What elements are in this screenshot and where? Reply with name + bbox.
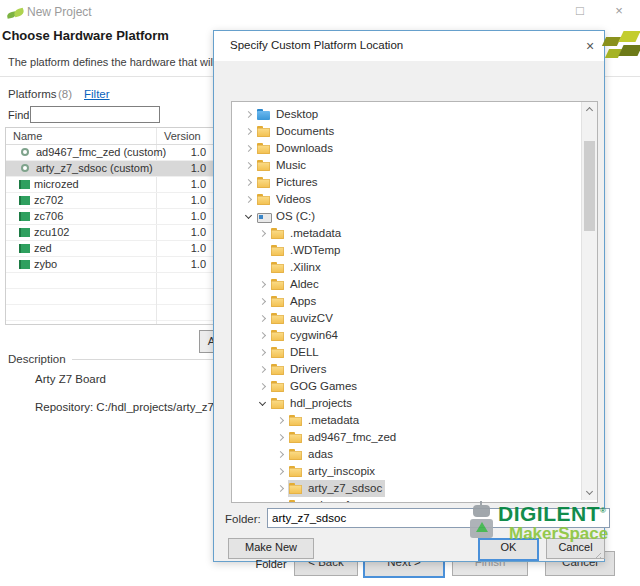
downloads-folder-icon [257,143,272,155]
tree-item-ad9467-fmc-zed[interactable]: ad9467_fmc_zed [232,429,580,446]
chevron-right-icon[interactable] [244,143,256,155]
empty-table-row [6,289,215,305]
tree-item-cygwin64[interactable]: cygwin64 [232,327,580,344]
chevron-right-icon[interactable] [276,500,288,504]
platform-version: 1.0 [156,177,216,192]
tree-item-metadata[interactable]: .metadata [232,225,580,242]
tree-item-xilinx[interactable]: .Xilinx [232,259,580,276]
chevron-right-icon[interactable] [258,330,270,342]
chevron-right-icon[interactable] [258,313,270,325]
maximize-icon[interactable]: □ [570,3,590,19]
chevron-right-icon[interactable] [244,194,256,206]
platform-version: 1.0 [156,241,216,256]
table-row[interactable]: ad9467_fmc_zed (custom) 1.0 [6,145,215,161]
chevron-right-icon[interactable] [244,160,256,172]
dialog-titlebar: Specify Custom Platform Location × [214,31,604,61]
platform-version: 1.0 [156,145,216,160]
tree-item-documents[interactable]: Documents [232,123,580,140]
platform-name: zc702 [34,193,63,208]
find-input[interactable] [30,106,160,123]
chevron-right-icon[interactable] [276,432,288,444]
chevron-right-icon[interactable] [244,126,256,138]
tree-item-adas[interactable]: adas [232,446,580,463]
tree-scrollbar[interactable] [581,102,597,500]
tree-item-wdtemp[interactable]: .WDTemp [232,242,580,259]
table-row-selected[interactable]: arty_z7_sdsoc (custom) 1.0 [6,161,215,177]
tree-item-aldec[interactable]: Aldec [232,276,580,293]
platform-version: 1.0 [156,209,216,224]
tree-item-videos[interactable]: Videos [232,191,580,208]
chevron-none [258,262,270,274]
tree-item-pictures[interactable]: Pictures [232,174,580,191]
make-new-folder-button[interactable]: Make New Folder [228,538,314,559]
empty-table-row [6,321,215,325]
platform-icon [19,180,30,189]
chevron-right-icon[interactable] [244,109,256,121]
page-subtitle: The platform defines the hardware that w… [8,56,230,68]
folder-tree-panel: Desktop Documents Downloads Music Pictur… [231,101,598,503]
table-row[interactable]: zybo 1.0 [6,257,215,273]
name-column-header[interactable]: Name [13,128,42,144]
platform-table: Name Version ad9467_fmc_zed (custom) 1.0… [5,127,216,325]
table-row[interactable]: zcu102 1.0 [6,225,215,241]
folder-input[interactable] [267,508,610,528]
chevron-right-icon[interactable] [276,449,288,461]
chevron-right-icon[interactable] [258,347,270,359]
table-row[interactable]: zed 1.0 [6,241,215,257]
tree-item-axi-perf-mon[interactable]: axi_perf_mon [232,497,580,503]
chevron-right-icon[interactable] [276,415,288,427]
chevron-right-icon[interactable] [276,466,288,478]
tree-item-music[interactable]: Music [232,157,580,174]
chevron-right-icon[interactable] [244,177,256,189]
platform-name: zybo [34,257,57,272]
platform-name: zcu102 [34,225,69,240]
chevron-right-icon[interactable] [258,364,270,376]
chevron-down-icon[interactable] [244,211,256,223]
folder-icon [271,347,286,359]
scrollbar-thumb[interactable] [584,141,595,231]
folder-icon [289,500,304,504]
chevron-right-icon[interactable] [258,228,270,240]
version-column-header[interactable]: Version [164,128,201,144]
dialog-title: Specify Custom Platform Location [230,39,403,51]
ok-button[interactable]: OK [478,538,539,561]
scroll-up-icon[interactable] [582,102,597,117]
table-header: Name Version [6,128,215,145]
scroll-down-icon[interactable] [582,485,597,500]
tree-item-hdl-projects[interactable]: hdl_projects [232,395,580,412]
tree-item-gog-games[interactable]: GOG Games [232,378,580,395]
close-icon[interactable]: × [609,3,629,19]
folder-icon [271,296,286,308]
tree-item-arty-z7-sdsoc[interactable]: arty_z7_sdsoc [232,480,580,497]
chevron-right-icon[interactable] [276,483,288,495]
table-row[interactable]: microzed 1.0 [6,177,215,193]
platforms-label: Platforms [8,88,57,100]
table-row[interactable]: zc702 1.0 [6,193,215,209]
tree-item-arty-inscopix[interactable]: arty_inscopix [232,463,580,480]
tree-item-auvizcv[interactable]: auvizCV [232,310,580,327]
custom-platform-icon [21,148,29,156]
table-row[interactable]: zc706 1.0 [6,209,215,225]
folder-icon [271,381,286,393]
platform-icon [19,196,30,205]
documents-folder-icon [257,126,272,138]
desktop-folder-icon [257,109,272,121]
dialog-close-icon[interactable]: × [580,36,600,56]
tree-item-os-c[interactable]: OS (C:) [232,208,580,225]
description-board: Arty Z7 Board [35,373,106,385]
chevron-right-icon[interactable] [258,381,270,393]
tree-item-dell[interactable]: DELL [232,344,580,361]
tree-item-drivers[interactable]: Drivers [232,361,580,378]
page-title: Choose Hardware Platform [2,28,169,43]
tree-item-apps[interactable]: Apps [232,293,580,310]
tree-item-metadata-2[interactable]: .metadata [232,412,580,429]
tree-item-downloads[interactable]: Downloads [232,140,580,157]
specify-custom-platform-dialog: Specify Custom Platform Location × Deskt… [213,30,605,562]
chevron-right-icon[interactable] [258,296,270,308]
tree-item-desktop[interactable]: Desktop [232,106,580,123]
chevron-right-icon[interactable] [258,279,270,291]
chevron-down-icon[interactable] [258,398,270,410]
filter-link[interactable]: Filter [84,88,110,100]
leaves-logo-icon [604,30,640,64]
chevron-none [258,245,270,257]
